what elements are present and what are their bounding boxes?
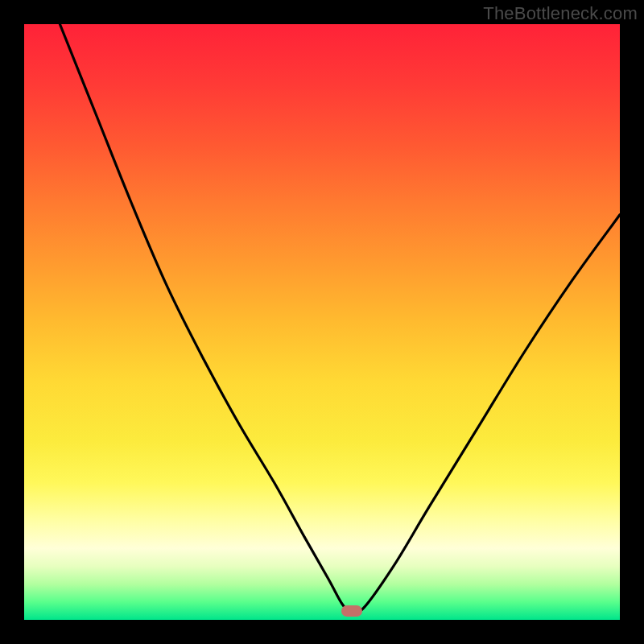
watermark-text: TheBottleneck.com xyxy=(483,3,638,24)
chart-frame: TheBottleneck.com xyxy=(0,0,644,644)
plot-area xyxy=(24,24,620,620)
bottleneck-curve xyxy=(24,24,620,620)
minimum-marker xyxy=(341,605,362,617)
